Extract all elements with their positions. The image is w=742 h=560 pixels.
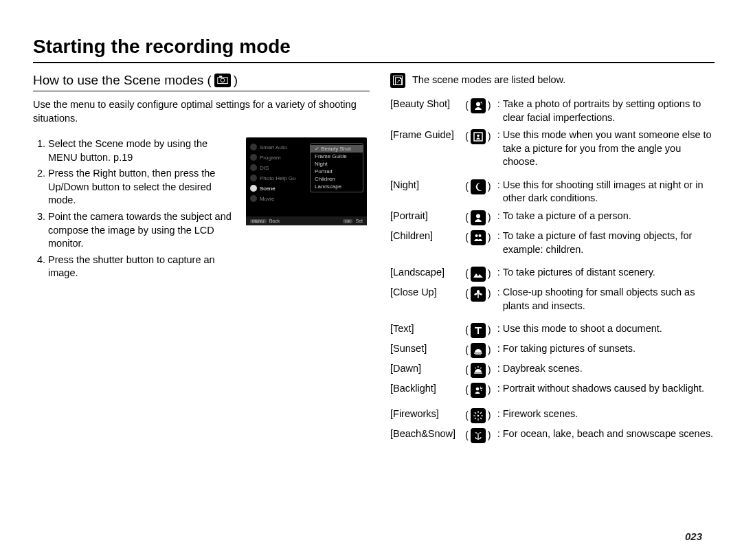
mode-icon-wrap: (): [463, 286, 493, 302]
note-icon: [390, 73, 405, 88]
close-paren: ): [486, 99, 493, 113]
svg-point-2: [221, 78, 225, 82]
fireworks-icon: [471, 408, 486, 423]
scene-mode-icon: [214, 74, 231, 87]
mode-icon-wrap: (): [463, 210, 493, 225]
svg-point-17: [476, 388, 480, 391]
mode-icon-wrap: (): [463, 98, 493, 113]
svg-point-4: [480, 102, 482, 103]
mode-row: [Close Up]():Close-up shooting for small…: [390, 286, 715, 313]
open-paren: (: [463, 231, 471, 245]
close-paren: ): [486, 344, 493, 357]
svg-point-5: [482, 103, 482, 104]
open-paren: (: [463, 287, 471, 301]
mode-description: :Use this mode when you want someone els…: [493, 128, 715, 169]
mode-row: [Portrait]():To take a picture of a pers…: [390, 210, 715, 225]
mode-row: [Beauty Shot]():Take a photo of portrait…: [390, 98, 715, 124]
svg-point-8: [476, 214, 480, 218]
open-paren: (: [463, 363, 471, 377]
ok-key-icon: OK: [343, 219, 353, 223]
mode-description: :To take a picture of a person.: [493, 210, 631, 223]
svg-point-19: [477, 415, 480, 417]
open-paren: (: [463, 429, 471, 443]
lcd-left-item: DIS: [250, 164, 304, 172]
svg-point-10: [478, 234, 481, 237]
right-column: The scene modes are listed below. [Beaut…: [390, 73, 715, 447]
open-paren: (: [463, 99, 471, 113]
lcd-right-item: Children: [311, 175, 363, 183]
closeup-icon: [471, 287, 486, 302]
close-paren: ): [486, 429, 493, 443]
mode-row: [Fireworks]():Firework scenes.: [390, 407, 715, 423]
mode-label: [Text]: [390, 322, 463, 336]
close-paren: ): [486, 383, 493, 397]
mode-icon-wrap: (): [463, 128, 493, 144]
page-number: 023: [685, 530, 702, 542]
lcd-left-item-selected: Scene: [250, 184, 304, 192]
mode-row: [Dawn]():Daybreak scenes.: [390, 362, 715, 378]
mode-icon-wrap: (): [463, 229, 493, 245]
mode-label: [Night]: [390, 179, 463, 192]
close-paren: ): [486, 409, 493, 423]
svg-point-18: [480, 388, 482, 390]
step-item: Press the Right button, then press the U…: [48, 167, 239, 208]
mode-row: [Children]():To take a picture of fast m…: [390, 229, 715, 256]
backlight-icon: [471, 383, 486, 398]
mode-icon-wrap: (): [463, 179, 493, 194]
mode-label: [Sunset]: [390, 342, 463, 356]
left-column: How to use the Scene modes ( ) Use the m…: [33, 73, 370, 447]
mode-label: [Children]: [390, 229, 463, 243]
open-paren: (: [463, 344, 471, 357]
mode-label: [Fireworks]: [390, 407, 463, 421]
mode-label: [Beauty Shot]: [390, 98, 463, 111]
sunset-icon: [471, 343, 486, 358]
mode-description: :Take a photo of portraits by setting op…: [493, 98, 715, 124]
note-row: The scene modes are listed below.: [390, 73, 715, 88]
open-paren: (: [463, 130, 471, 144]
mode-row: [Sunset]():For taking pictures of sunset…: [390, 342, 715, 358]
set-label: Set: [355, 219, 363, 223]
mode-description: :Use this mode to shoot a document.: [493, 322, 662, 336]
lcd-bottom-bar: MENU Back OK Set: [246, 216, 367, 225]
beauty-icon: [471, 98, 486, 113]
svg-rect-14: [474, 353, 482, 354]
mode-icon-wrap: (): [463, 266, 493, 282]
lcd-right-item: Night: [311, 160, 363, 168]
lcd-menu-left: Smart Auto Program DIS Photo Help Gu Sce…: [250, 143, 304, 214]
close-paren: ): [486, 287, 493, 301]
svg-point-7: [477, 135, 480, 137]
svg-rect-1: [219, 76, 222, 77]
svg-point-9: [475, 234, 477, 237]
subheading-suffix: ): [234, 73, 238, 88]
mode-label: [Close Up]: [390, 286, 463, 300]
mode-description: :To take a picture of fast moving object…: [493, 229, 715, 256]
back-label: Back: [269, 219, 280, 223]
mode-description: :For taking pictures of sunsets.: [493, 342, 636, 356]
lcd-menu-right: ✓ Beauty Shot Frame Guide Night Portrait…: [310, 143, 363, 192]
frame-icon: [471, 129, 486, 144]
landscape-icon: [471, 267, 486, 282]
open-paren: (: [463, 409, 471, 423]
mode-row: [Landscape]():To take pictures of distan…: [390, 266, 715, 282]
mode-icon-wrap: (): [463, 362, 493, 378]
open-paren: (: [463, 211, 471, 225]
lcd-left-item: Program: [250, 153, 304, 161]
svg-rect-15: [475, 355, 481, 355]
close-paren: ): [486, 211, 493, 225]
mode-label: [Dawn]: [390, 362, 463, 376]
dawn-icon: [471, 363, 486, 378]
mode-description: :Use this for shooting still images at n…: [493, 179, 715, 205]
lcd-preview: Smart Auto Program DIS Photo Help Gu Sce…: [246, 137, 367, 225]
mode-label: [Beach&Snow]: [390, 427, 463, 441]
close-paren: ): [486, 130, 493, 144]
lcd-left-item: Smart Auto: [250, 143, 304, 151]
close-paren: ): [486, 231, 493, 245]
menu-key-icon: MENU: [250, 219, 267, 223]
open-paren: (: [463, 180, 471, 194]
mode-description: :Portrait without shadows caused by back…: [493, 382, 704, 396]
mode-description: :To take pictures of distant scenery.: [493, 266, 655, 280]
close-paren: ): [486, 180, 493, 194]
page-title: Starting the recording mode: [33, 36, 715, 63]
lcd-right-item: Landscape: [311, 183, 363, 190]
mode-label: [Backlight]: [390, 382, 463, 396]
